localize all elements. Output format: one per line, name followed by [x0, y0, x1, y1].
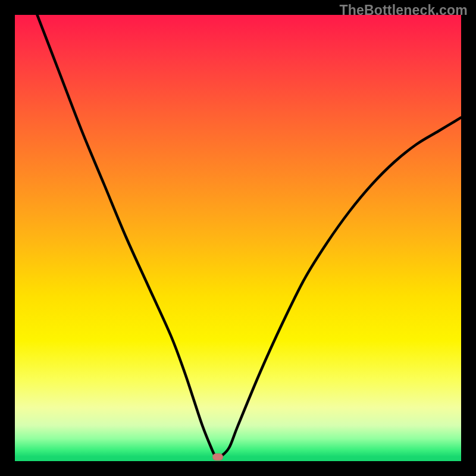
curve-svg	[15, 15, 461, 461]
optimal-marker	[212, 453, 223, 461]
watermark-text: TheBottleneck.com	[339, 2, 468, 18]
bottleneck-curve	[37, 15, 462, 458]
chart-frame: TheBottleneck.com	[0, 0, 476, 476]
plot-area	[15, 15, 461, 461]
